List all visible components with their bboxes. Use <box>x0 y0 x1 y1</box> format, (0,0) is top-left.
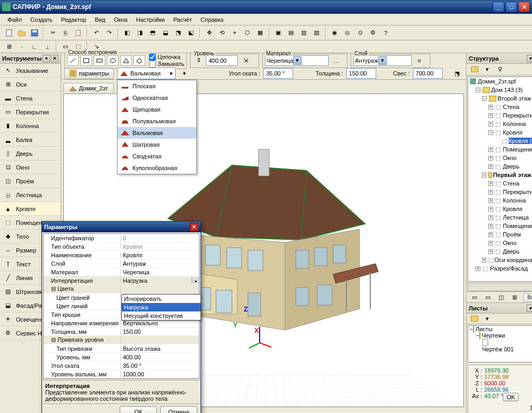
scrollbar[interactable] <box>468 283 532 291</box>
tool-icon[interactable]: ▣ <box>272 27 284 39</box>
tool-item-окно[interactable]: ⊡Окно <box>0 161 61 174</box>
tree-root[interactable]: Домик_2эт.spf <box>468 77 532 86</box>
menu-file[interactable]: Файл <box>3 15 26 24</box>
property-row[interactable]: Толщина, мм150.00 <box>44 327 199 336</box>
rotate-icon[interactable]: ⟲ <box>216 27 228 39</box>
tool-icon[interactable]: ⬓ <box>160 27 171 39</box>
roof-type-option[interactable]: Плоская <box>118 80 196 92</box>
property-row[interactable]: Тип привязкиВысота этажа <box>44 344 199 353</box>
material-browse-icon[interactable]: … <box>330 55 342 66</box>
menu-view[interactable]: Вид <box>90 15 110 24</box>
tool-icon[interactable]: ◨ <box>134 27 146 39</box>
minimize-button[interactable]: _ <box>493 2 504 12</box>
tool-icon[interactable]: ▥ <box>298 27 310 39</box>
layer-combo[interactable]: Антураж▾ <box>353 55 412 66</box>
help-icon[interactable]: ? <box>380 27 392 39</box>
material-combo[interactable]: Черепица▾ <box>265 55 329 66</box>
property-row[interactable]: НаименованиеКровля <box>44 251 199 259</box>
property-row[interactable]: ИнтерпретацияНагрузка▾ <box>44 276 199 285</box>
slope-input[interactable]: 35.00 ° <box>263 68 293 79</box>
expand-icon[interactable]: + <box>488 241 493 246</box>
params-button[interactable]: параметры <box>64 68 114 79</box>
shape-circle-icon[interactable] <box>107 55 119 66</box>
expand-icon[interactable]: + <box>488 232 493 237</box>
paste-icon[interactable]: 📋 <box>72 27 84 39</box>
layer-browse-icon[interactable]: ≡ <box>413 55 425 66</box>
shape-poly2-icon[interactable] <box>134 55 145 66</box>
expand-icon[interactable]: + <box>488 147 493 152</box>
expand-icon[interactable]: + <box>488 164 493 169</box>
roof-type-option[interactable]: Вальмовая <box>118 127 196 139</box>
expand-icon[interactable]: − <box>488 130 493 135</box>
tool-icon[interactable]: ◉ <box>329 27 340 39</box>
tool-icon[interactable]: ▦ <box>254 27 266 39</box>
tree-node[interactable]: − Второй этаж (69) <box>468 94 532 103</box>
property-row[interactable]: ⊟ Привязка уровня <box>44 336 199 344</box>
property-row[interactable]: Уровень, мм400.00 <box>44 353 199 361</box>
shape-rect-icon[interactable] <box>80 55 92 66</box>
tool-icon[interactable]: ◧ <box>121 27 133 39</box>
chain-checkbox[interactable]: Цепочка <box>149 54 184 61</box>
expand-icon[interactable]: + <box>488 190 493 195</box>
level-pick-icon[interactable]: ⇲ <box>239 55 251 66</box>
tool-item-проём[interactable]: ◫Проём <box>0 174 61 188</box>
pin-icon[interactable]: ▾ <box>527 55 532 62</box>
snap-icon[interactable]: ⟂ <box>41 41 53 53</box>
tree-node[interactable]: ⬚ Кровля (140) <box>468 137 532 145</box>
copy-icon[interactable]: ⎘ <box>60 27 71 39</box>
tool-icon[interactable]: ⊙ <box>354 27 366 39</box>
tree-tool-icon[interactable]: ▾ <box>481 64 493 75</box>
structure-tree[interactable]: Домик_2эт.spf− Дом 143 (3)− Второй этаж … <box>468 77 532 282</box>
thickness-input[interactable]: 150.00 <box>346 68 376 79</box>
shape-line-icon[interactable] <box>67 55 79 66</box>
ok-button[interactable]: ОК <box>120 406 157 413</box>
new-icon[interactable] <box>3 27 15 39</box>
property-row[interactable]: МатериалЧерепица <box>44 268 199 276</box>
tree-tool-icon[interactable]: ⚲ <box>494 64 506 75</box>
minitab-icon[interactable]: ▭ <box>482 291 494 303</box>
expand-icon[interactable]: + <box>482 258 486 263</box>
expand-icon[interactable]: + <box>476 266 480 271</box>
close-button[interactable]: ✕ <box>518 2 530 12</box>
snap-icon[interactable]: ∟ <box>29 41 40 53</box>
overhang-input[interactable]: 700.00 <box>413 68 443 79</box>
chevron-down-icon[interactable]: ▾ <box>293 56 302 65</box>
roof-type-option[interactable]: Полувальмовая <box>118 115 196 127</box>
tool-icon[interactable]: ⬡ <box>242 27 253 39</box>
interp-option[interactable]: Нагрузка <box>122 303 201 311</box>
minitab-icon[interactable]: ⊞ <box>509 291 520 303</box>
property-row[interactable]: Угол ската35.00 ° <box>44 361 199 370</box>
redo-icon[interactable]: ↷ <box>103 27 115 39</box>
tree-node[interactable]: − Дом 143 (3) <box>468 86 532 94</box>
chevron-down-icon[interactable]: ▾ <box>378 56 387 65</box>
level-icon[interactable]: ⇕ <box>193 55 204 66</box>
move-icon[interactable]: ✥ <box>203 27 215 39</box>
tree-node[interactable]: +⬚ Дверь <box>468 247 532 256</box>
tool-icon[interactable]: ▧ <box>311 27 322 39</box>
tool-icon[interactable]: ▤ <box>285 27 297 39</box>
menu-help[interactable]: Справка <box>196 15 228 24</box>
expand-icon[interactable]: + <box>488 198 493 203</box>
tool-item-перекрытие[interactable]: ▭Перекрытие <box>0 105 61 119</box>
shape-rect2-icon[interactable] <box>94 55 105 66</box>
tree-node[interactable]: +⬚ Окно <box>468 154 532 162</box>
tree-tool-icon[interactable] <box>469 64 480 75</box>
tree-node[interactable]: +⬚ Проём <box>468 230 532 239</box>
tool-icon[interactable]: ⬔ <box>172 27 184 39</box>
shape-poly-icon[interactable] <box>120 55 132 66</box>
tree-node[interactable]: +⬚ Помещение <box>468 145 532 154</box>
property-row[interactable]: Идентификатор0 <box>44 234 199 242</box>
dialog-titlebar[interactable]: Параметры ✕ <box>42 222 201 232</box>
interp-option[interactable]: Игнорировать <box>122 294 201 303</box>
property-row[interactable]: Тип объектаКровля <box>44 242 199 251</box>
dialog-close-icon[interactable]: ✕ <box>190 223 198 231</box>
roof-type-option[interactable]: Щипцовая <box>118 104 196 115</box>
tree-node[interactable]: +⬚ Стена <box>468 179 532 188</box>
tree-node[interactable]: +⬚ Колонна <box>468 196 532 205</box>
tree-node[interactable]: − Первый этаж (13) <box>468 171 532 179</box>
sheets-tool-icon[interactable] <box>469 313 480 325</box>
expand-icon[interactable]: + <box>488 207 493 212</box>
tree-node[interactable]: Чертёж 001 <box>468 339 532 352</box>
tool-item-колонна[interactable]: ▮Колонна <box>0 119 61 133</box>
tool-icon[interactable]: ◎ <box>342 27 353 39</box>
